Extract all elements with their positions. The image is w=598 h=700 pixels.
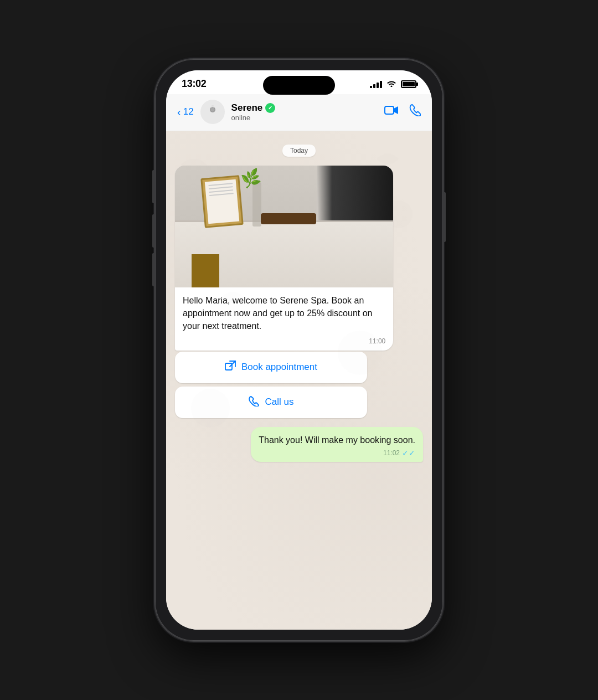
contact-status: online: [231, 114, 378, 122]
book-appointment-label: Book appointment: [241, 362, 317, 373]
status-icons: [370, 79, 416, 89]
dynamic-island: [263, 76, 335, 95]
back-button[interactable]: ‹ 12: [177, 106, 194, 119]
spa-paper-line-1: [208, 183, 233, 186]
outgoing-message-time: 11:02: [383, 449, 400, 457]
contact-name: Serene: [231, 102, 263, 114]
outgoing-message-bubble: Thank you! Will make my booking soon. 11…: [251, 427, 423, 462]
call-us-label: Call us: [265, 397, 293, 408]
action-buttons: Book appointment Call us: [175, 352, 367, 418]
chevron-left-icon: ‹: [177, 106, 181, 119]
date-badge: Today: [175, 145, 423, 157]
incoming-text-area: Hello Maria, welcome to Serene Spa. Book…: [175, 287, 393, 336]
signal-icon: [370, 80, 382, 88]
call-icon: [248, 395, 259, 409]
incoming-message-group: 🌿 Hello Maria, welcome to Serene Spa. Bo…: [175, 166, 393, 418]
battery-icon: [401, 80, 416, 88]
nav-bar: ‹ 12 Serene ✓ online: [166, 94, 432, 131]
spa-paper-line-2: [209, 186, 233, 189]
external-link-icon: [225, 361, 236, 374]
chat-area[interactable]: Today: [166, 131, 432, 630]
status-time: 13:02: [182, 78, 207, 90]
spa-vase: [252, 182, 261, 227]
contact-info: Serene ✓ online: [231, 102, 378, 122]
outgoing-time-row: 11:02 ✓✓: [259, 449, 415, 457]
incoming-message-bubble: 🌿 Hello Maria, welcome to Serene Spa. Bo…: [175, 166, 393, 351]
outgoing-message-group: Thank you! Will make my booking soon. 11…: [175, 427, 423, 462]
book-appointment-button[interactable]: Book appointment: [175, 352, 367, 383]
spa-tray: [261, 213, 316, 224]
call-us-button[interactable]: Call us: [175, 387, 367, 418]
svg-rect-7: [225, 363, 232, 370]
incoming-time-row: 11:00: [175, 336, 393, 351]
contact-avatar[interactable]: [200, 100, 225, 124]
contact-name-row: Serene ✓: [231, 102, 378, 114]
phone-device: 13:02: [155, 59, 443, 641]
spa-frame: [200, 175, 244, 228]
outgoing-message-text: Thank you! Will make my booking soon.: [259, 434, 415, 446]
phone-screen: 13:02: [166, 70, 432, 630]
phone-call-button[interactable]: [409, 104, 421, 120]
svg-point-1: [210, 108, 214, 112]
wifi-icon: [386, 79, 396, 89]
svg-rect-2: [385, 106, 394, 114]
verified-badge: ✓: [265, 103, 275, 113]
incoming-message-text: Hello Maria, welcome to Serene Spa. Book…: [183, 294, 385, 333]
spa-table-leg: [192, 254, 219, 287]
incoming-message-time: 11:00: [369, 337, 385, 345]
spa-paper-line-4: [209, 193, 234, 196]
battery-fill: [403, 82, 415, 86]
spa-frame-paper: [205, 179, 239, 224]
spa-scene: 🌿: [175, 166, 393, 287]
date-badge-label: Today: [282, 145, 316, 157]
spa-paper-line-3: [209, 189, 233, 193]
video-call-button[interactable]: [384, 105, 399, 119]
read-receipt-icon: ✓✓: [402, 449, 415, 457]
back-count: 12: [183, 106, 194, 117]
spa-table: [175, 220, 393, 287]
nav-actions: [384, 104, 421, 120]
status-bar: 13:02: [166, 70, 432, 94]
spa-image: 🌿: [175, 166, 393, 287]
